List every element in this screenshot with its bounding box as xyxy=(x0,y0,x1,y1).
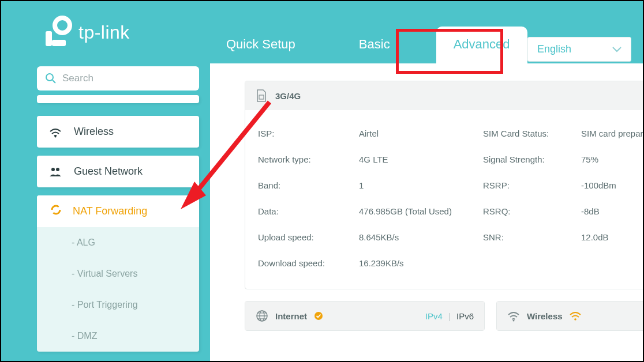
sim-icon xyxy=(256,89,267,102)
upload-speed-value: 8.645KB/s xyxy=(359,232,483,242)
wireless-title: Wireless xyxy=(527,311,563,321)
search-box[interactable] xyxy=(37,66,199,90)
sidebar-item-nat-forwarding[interactable]: NAT Forwarding xyxy=(37,195,199,227)
svg-point-6 xyxy=(51,168,55,171)
svg-point-0 xyxy=(55,18,70,33)
rsrq-label: RSRQ: xyxy=(483,206,581,216)
search-input[interactable] xyxy=(62,73,191,84)
svg-point-15 xyxy=(513,320,515,322)
rsrp-value: -100dBm xyxy=(581,180,643,190)
check-badge-icon xyxy=(314,311,323,320)
sidebar-item-guest-network[interactable]: Guest Network xyxy=(37,156,199,187)
rsrq-value: -8dB xyxy=(581,206,643,216)
sidebar-sub-dmz[interactable]: - DMZ xyxy=(37,320,199,352)
snr-label: SNR: xyxy=(483,232,581,242)
snr-value: 12.0dB xyxy=(581,232,643,242)
ip-version-toggle[interactable]: IPv4 | IPv6 xyxy=(425,311,474,321)
network-type-label: Network type: xyxy=(258,154,359,164)
language-value: English xyxy=(537,43,571,55)
ipv4-option[interactable]: IPv4 xyxy=(425,311,443,321)
data-label: Data: xyxy=(258,206,359,216)
brand-logo: tp-link xyxy=(40,15,130,50)
sidebar-item-label: Guest Network xyxy=(74,165,143,178)
signal-strength-label: Signal Strength: xyxy=(483,154,581,164)
wifi-icon xyxy=(48,125,62,139)
signal-strength-value: 75% xyxy=(581,154,643,164)
band-label: Band: xyxy=(258,180,359,190)
chevron-down-icon xyxy=(612,47,621,52)
tab-quick-setup[interactable]: Quick Setup xyxy=(209,27,313,63)
isp-label: ISP: xyxy=(258,129,359,138)
sidebar-sub-alg[interactable]: - ALG xyxy=(37,227,199,258)
tab-advanced[interactable]: Advanced xyxy=(436,27,527,63)
users-icon xyxy=(48,165,62,179)
wifi-active-icon xyxy=(570,311,581,320)
svg-point-7 xyxy=(56,168,59,171)
svg-point-14 xyxy=(314,312,323,320)
sidebar-item-wireless[interactable]: Wireless xyxy=(37,116,199,148)
rsrp-label: RSRP: xyxy=(483,180,581,190)
content-area: 3G/4G ISP: Airtel SIM Card Status: SIM c… xyxy=(210,63,643,361)
band-value: 1 xyxy=(359,180,483,190)
svg-point-5 xyxy=(55,135,57,137)
download-speed-value: 16.239KB/s xyxy=(359,258,483,268)
internet-title: Internet xyxy=(275,311,307,321)
sidebar-item-label: NAT Forwarding xyxy=(73,205,147,217)
tab-basic[interactable]: Basic xyxy=(342,27,407,63)
language-select[interactable]: English xyxy=(527,37,631,62)
globe-icon xyxy=(256,310,268,322)
wifi-icon xyxy=(507,310,520,322)
svg-rect-8 xyxy=(259,95,264,99)
sim-status-label: SIM Card Status: xyxy=(483,129,581,138)
upload-speed-label: Upload speed: xyxy=(258,232,359,242)
svg-rect-1 xyxy=(46,31,52,46)
download-speed-label: Download speed: xyxy=(258,258,359,268)
svg-line-4 xyxy=(53,80,55,83)
sim-status-value: SIM card prepar xyxy=(581,129,643,138)
svg-point-3 xyxy=(46,74,53,81)
panel-internet: Internet IPv4 | IPv6 xyxy=(245,301,485,331)
brand-text: tp-link xyxy=(78,22,130,43)
svg-rect-2 xyxy=(52,40,66,46)
refresh-icon xyxy=(50,203,62,219)
isp-value: Airtel xyxy=(359,129,483,138)
sidebar-item-label: Wireless xyxy=(74,126,114,138)
panel-title: 3G/4G xyxy=(275,91,301,101)
svg-point-16 xyxy=(574,318,576,320)
data-value: 476.985GB (Total Used) xyxy=(359,206,483,216)
panel-wireless: Wireless xyxy=(496,301,643,331)
sidebar-sub-virtual-servers[interactable]: - Virtual Servers xyxy=(37,258,199,289)
search-icon xyxy=(45,73,57,84)
tp-link-logo-icon xyxy=(40,15,75,50)
ipv6-option[interactable]: IPv6 xyxy=(456,311,474,321)
network-type-value: 4G LTE xyxy=(359,154,483,164)
sidebar-sub-port-triggering[interactable]: - Port Triggering xyxy=(37,289,199,320)
sidebar-collapsed-item[interactable] xyxy=(37,95,199,103)
panel-3g4g: 3G/4G ISP: Airtel SIM Card Status: SIM c… xyxy=(245,81,643,289)
